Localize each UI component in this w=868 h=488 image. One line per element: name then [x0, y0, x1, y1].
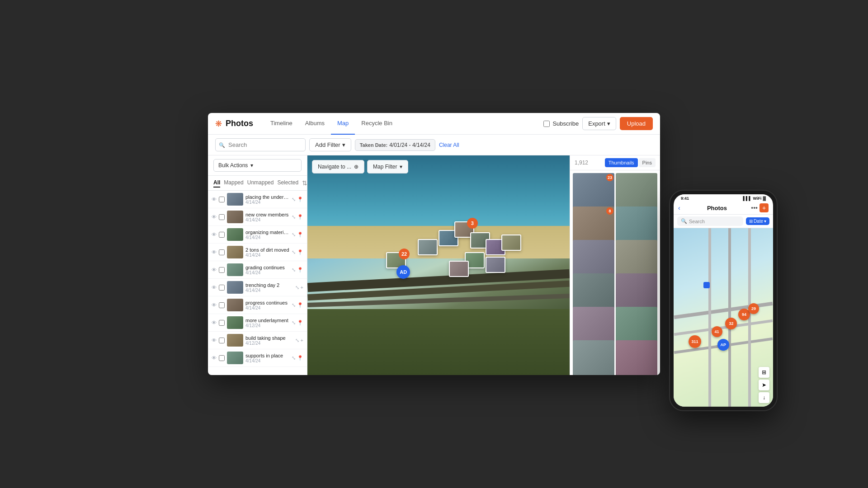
map-filter-button[interactable]: Map Filter ▾	[367, 160, 408, 174]
eye-icon[interactable]: 👁	[212, 302, 217, 308]
list-item[interactable]: 👁 trenching day 2 4/14/24 ⤡ +	[208, 279, 307, 296]
grid-thumb[interactable]	[616, 340, 657, 375]
clear-all-button[interactable]: Clear All	[439, 142, 459, 148]
phone-plus-button[interactable]: +	[760, 203, 769, 212]
tab-timeline[interactable]: Timeline	[264, 113, 299, 135]
sort-icon[interactable]: ⇅	[302, 179, 307, 187]
list-item[interactable]: 👁 more underlayment 4/12/24 ⤡ 📍	[208, 314, 307, 332]
item-checkbox[interactable]	[219, 355, 225, 361]
item-checkbox[interactable]	[219, 232, 225, 238]
subscribe-checkbox[interactable]	[543, 121, 550, 127]
item-checkbox[interactable]	[219, 338, 225, 343]
pin-icon[interactable]: 📍	[297, 214, 303, 220]
thumbnails-view-button[interactable]: Thumbnails	[605, 158, 638, 167]
phone-search-input[interactable]: 🔍 Search	[677, 216, 743, 226]
phone-map-pin[interactable]: 311	[689, 335, 701, 348]
export-button[interactable]: Export ▾	[582, 117, 616, 130]
photo-info: placing the underla... 4/14/24	[245, 194, 289, 205]
filter-tab-mapped[interactable]: Mapped	[224, 178, 243, 188]
pin-icon[interactable]: 📍	[297, 302, 303, 308]
pin-icon[interactable]: 📍	[297, 267, 303, 273]
photo-title: trenching day 2	[245, 282, 293, 288]
pin-icon[interactable]: 📍	[297, 197, 303, 202]
add-filter-button[interactable]: Add Filter ▾	[309, 138, 351, 151]
eye-icon[interactable]: 👁	[212, 285, 217, 290]
chevron-down-icon: ▾	[250, 162, 253, 169]
phone-layers-button[interactable]: ⊞	[759, 367, 769, 378]
expand-icon[interactable]: ⤡	[292, 197, 296, 202]
map-cluster[interactable]	[449, 261, 469, 277]
signal-icon: ▌▌▌	[743, 196, 751, 201]
phone-map[interactable]: 311 41 32 94 29 AP ⊞ ➤ ↓	[674, 228, 773, 407]
subscribe-label[interactable]: Subscribe	[543, 120, 579, 127]
pin-icon[interactable]: 📍	[297, 232, 303, 238]
map-cluster[interactable]	[486, 257, 505, 273]
eye-icon[interactable]: 👁	[212, 267, 217, 272]
item-checkbox[interactable]	[219, 197, 225, 202]
ad-map-pin[interactable]: AD	[396, 265, 410, 279]
tab-map[interactable]: Map	[331, 113, 355, 135]
phone-more-button[interactable]: •••	[751, 204, 758, 211]
pin-icon[interactable]: 📍	[297, 320, 303, 326]
expand-icon[interactable]: ⤡	[292, 267, 296, 273]
list-item[interactable]: 👁 organizing materials 4/14/24 ⤡ 📍	[208, 226, 307, 244]
list-item[interactable]: 👁 progress continues 4/14/24 ⤡ 📍	[208, 296, 307, 314]
map-cluster[interactable]	[418, 239, 438, 255]
navigate-dropdown[interactable]: Navigate to ... ⊕	[312, 160, 364, 174]
item-checkbox[interactable]	[219, 267, 225, 273]
expand-icon[interactable]: ⤡	[292, 249, 296, 255]
eye-icon[interactable]: 👁	[212, 214, 217, 220]
item-checkbox[interactable]	[219, 249, 225, 255]
map-area[interactable]: Navigate to ... ⊕ Map Filter ▾ 22	[307, 155, 570, 375]
map-cluster[interactable]	[501, 235, 521, 251]
phone-ap-pin[interactable]: AP	[717, 339, 729, 351]
upload-button[interactable]: Upload	[620, 117, 653, 130]
plus-icon[interactable]: +	[301, 338, 303, 343]
item-checkbox[interactable]	[219, 302, 225, 308]
search-input[interactable]	[215, 138, 306, 151]
photo-title: grading continues	[245, 265, 289, 270]
list-item[interactable]: 👁 placing the underla... 4/14/24 ⤡ 📍	[208, 191, 307, 208]
eye-icon[interactable]: 👁	[212, 232, 217, 237]
expand-icon[interactable]: ⤡	[292, 320, 296, 326]
phone-map-pin[interactable]: 29	[748, 303, 759, 314]
phone-download-button[interactable]: ↓	[759, 392, 769, 403]
grid-thumb[interactable]	[573, 340, 614, 375]
phone-map-pin[interactable]: 41	[712, 326, 722, 337]
item-actions: ⤡ 📍	[292, 249, 303, 255]
phone-map-pin[interactable]: 32	[725, 318, 737, 329]
list-item[interactable]: 👁 supports in place 4/14/24 ⤡ 📍	[208, 349, 307, 367]
eye-icon[interactable]: 👁	[212, 320, 217, 325]
phone-location-button[interactable]: ➤	[759, 380, 769, 390]
expand-icon[interactable]: ⤡	[292, 355, 296, 361]
item-checkbox[interactable]	[219, 214, 225, 220]
expand-icon[interactable]: ⤡	[292, 302, 296, 308]
expand-icon[interactable]: ⤡	[295, 285, 299, 291]
list-item[interactable]: 👁 new crew members 4/14/24 ⤡ 📍	[208, 208, 307, 226]
photo-date: 4/12/24	[245, 323, 289, 328]
list-item[interactable]: 👁 build taking shape 4/12/24 ⤡ +	[208, 332, 307, 349]
item-checkbox[interactable]	[219, 285, 225, 291]
phone-back-button[interactable]: ‹	[678, 204, 680, 211]
list-item[interactable]: 👁 grading continues 4/14/24 ⤡ 📍	[208, 261, 307, 279]
expand-icon[interactable]: ⤡	[292, 232, 296, 238]
eye-icon[interactable]: 👁	[212, 197, 217, 202]
tab-recycle-bin[interactable]: Recycle Bin	[355, 113, 399, 135]
pins-view-button[interactable]: Pins	[639, 158, 656, 167]
tab-albums[interactable]: Albums	[299, 113, 331, 135]
bulk-actions-button[interactable]: Bulk Actions ▾	[213, 159, 302, 172]
expand-icon[interactable]: ⤡	[292, 214, 296, 220]
pin-icon[interactable]: 📍	[297, 249, 303, 255]
plus-icon[interactable]: +	[301, 285, 303, 290]
item-checkbox[interactable]	[219, 320, 225, 326]
list-item[interactable]: 👁 2 tons of dirt moved 4/14/24 ⤡ 📍	[208, 244, 307, 261]
pin-icon[interactable]: 📍	[297, 355, 303, 361]
filter-tab-selected[interactable]: Selected	[277, 178, 298, 188]
eye-icon[interactable]: 👁	[212, 355, 217, 361]
eye-icon[interactable]: 👁	[212, 249, 217, 255]
expand-icon[interactable]: ⤡	[295, 338, 299, 343]
filter-tab-unmapped[interactable]: Unmapped	[247, 178, 274, 188]
filter-tab-all[interactable]: All	[213, 178, 220, 188]
eye-icon[interactable]: 👁	[212, 338, 217, 343]
phone-date-filter[interactable]: ⊞ Date ▾	[746, 217, 769, 225]
